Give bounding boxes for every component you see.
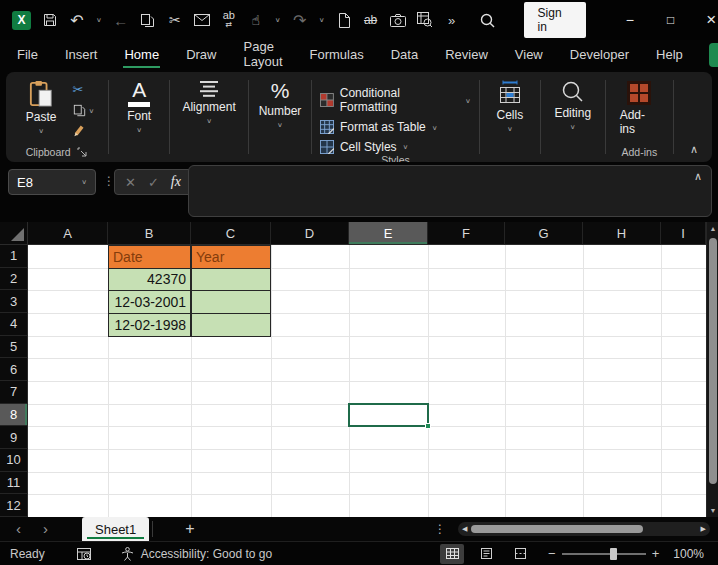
zoom-slider-thumb[interactable]: [610, 548, 617, 560]
format-painter-button[interactable]: [73, 124, 95, 137]
row-header-5[interactable]: 5: [0, 336, 28, 359]
redo-button[interactable]: ↷: [292, 11, 308, 30]
next-sheet-button[interactable]: ›: [43, 522, 48, 536]
row-header-1[interactable]: 1: [0, 245, 28, 268]
add-sheet-button[interactable]: +: [185, 520, 194, 538]
scroll-up-icon[interactable]: ▲: [707, 225, 718, 232]
horizontal-scrollbar[interactable]: ◀ ▶: [458, 522, 710, 536]
zoom-out-button[interactable]: −: [542, 546, 562, 561]
cell-B2[interactable]: 42370: [108, 268, 191, 292]
row-header-2[interactable]: 2: [0, 268, 28, 291]
number-button[interactable]: % Number ∨: [251, 78, 310, 131]
row-header-8[interactable]: 8: [0, 404, 28, 427]
replace-button[interactable]: ab⇄: [221, 10, 237, 30]
editing-button[interactable]: Editing ∨: [546, 78, 599, 133]
vertical-scroll-thumb[interactable]: [709, 238, 717, 484]
sign-in-button[interactable]: Sign in: [524, 2, 586, 38]
tab-view[interactable]: View: [514, 43, 544, 68]
tab-formulas[interactable]: Formulas: [309, 43, 365, 68]
close-button[interactable]: ×: [691, 0, 718, 40]
sheet-bar-menu-icon[interactable]: ⋮: [434, 522, 446, 536]
column-header-B[interactable]: B: [108, 222, 191, 245]
collapse-ribbon-button[interactable]: ∧: [680, 143, 708, 162]
zoom-in-button[interactable]: +: [646, 546, 666, 561]
camera-button[interactable]: [390, 14, 406, 27]
row-header-10[interactable]: 10: [0, 449, 28, 472]
tab-page-layout[interactable]: Page Layout: [243, 35, 284, 75]
normal-view-button[interactable]: [440, 544, 464, 564]
tab-draw[interactable]: Draw: [185, 43, 217, 68]
save-button[interactable]: [42, 12, 58, 28]
cut-ribbon-button[interactable]: ✂: [73, 82, 95, 97]
search-button[interactable]: [480, 13, 496, 28]
copy-button[interactable]: [140, 13, 156, 28]
addins-button[interactable]: Add-ins: [612, 78, 667, 138]
undo-button[interactable]: ↶: [69, 11, 85, 30]
copy-ribbon-button[interactable]: ∨: [73, 104, 95, 117]
formula-input[interactable]: [188, 165, 712, 217]
cells-button[interactable]: Cells ∨: [488, 78, 531, 135]
tab-developer[interactable]: Developer: [569, 43, 630, 68]
sheet-tab-sheet1[interactable]: Sheet1: [82, 517, 149, 541]
new-file-button[interactable]: [336, 13, 352, 28]
fill-handle[interactable]: [425, 423, 431, 429]
page-layout-view-button[interactable]: [474, 544, 498, 564]
select-all-corner[interactable]: [0, 222, 28, 245]
macro-record-button[interactable]: [77, 548, 91, 560]
accessibility-status[interactable]: Accessibility: Good to go: [121, 547, 272, 561]
prev-sheet-button[interactable]: ‹: [16, 522, 21, 536]
page-break-view-button[interactable]: [508, 544, 532, 564]
cell-styles-button[interactable]: Cell Styles ∨: [320, 140, 409, 154]
maximize-button[interactable]: □: [650, 0, 691, 40]
row-header-4[interactable]: 4: [0, 313, 28, 336]
cells-area[interactable]: DateYear4237012-03-200112-02-1998: [28, 245, 706, 517]
tab-review[interactable]: Review: [444, 43, 489, 68]
minimize-button[interactable]: −: [610, 0, 651, 40]
vertical-scrollbar[interactable]: ▲ ▼: [706, 222, 718, 517]
column-header-D[interactable]: D: [271, 222, 349, 245]
row-header-9[interactable]: 9: [0, 426, 28, 449]
email-button[interactable]: [194, 14, 210, 26]
tab-data[interactable]: Data: [390, 43, 419, 68]
column-header-A[interactable]: A: [28, 222, 108, 245]
name-box-dropdown[interactable]: ∨: [81, 178, 87, 185]
tab-file[interactable]: File: [16, 43, 39, 68]
column-header-F[interactable]: F: [428, 222, 505, 245]
alignment-button[interactable]: Alignment ∨: [174, 78, 243, 127]
tab-help[interactable]: Help: [655, 43, 684, 68]
more-commands-button[interactable]: »: [444, 13, 460, 28]
enter-icon[interactable]: ✓: [148, 175, 159, 190]
tab-home[interactable]: Home: [123, 43, 160, 68]
cell-C1[interactable]: Year: [191, 245, 271, 269]
scroll-left-icon[interactable]: ◀: [462, 525, 467, 533]
cell-B3[interactable]: 12-03-2001: [108, 290, 191, 314]
cell-C4[interactable]: [191, 313, 271, 337]
column-header-I[interactable]: I: [661, 222, 706, 245]
touch-mode-button[interactable]: ☝: [248, 12, 264, 28]
undo-dropdown[interactable]: ∨: [96, 16, 102, 23]
cut-button[interactable]: ✂: [167, 12, 183, 28]
zoom-slider[interactable]: [562, 553, 646, 555]
font-button[interactable]: A Font ∨: [119, 78, 159, 136]
cell-B4[interactable]: 12-02-1998: [108, 313, 191, 337]
touch-mode-dropdown[interactable]: ∨: [275, 16, 281, 23]
workbook-statistics-button[interactable]: [417, 12, 433, 28]
insert-function-icon[interactable]: fx: [171, 174, 181, 190]
row-header-11[interactable]: 11: [0, 472, 28, 495]
scroll-down-icon[interactable]: ▼: [707, 507, 718, 514]
cell-C3[interactable]: [191, 290, 271, 314]
row-header-6[interactable]: 6: [0, 358, 28, 381]
column-header-C[interactable]: C: [191, 222, 271, 245]
paste-button[interactable]: Paste ∨: [18, 78, 65, 137]
redo-dropdown[interactable]: ∨: [319, 16, 325, 23]
strikethrough-button[interactable]: ab: [363, 13, 379, 27]
format-as-table-button[interactable]: Format as Table ∨: [320, 120, 438, 134]
formula-bar-expand-icon[interactable]: ∧: [694, 170, 702, 183]
column-header-G[interactable]: G: [505, 222, 583, 245]
row-header-12[interactable]: 12: [0, 494, 28, 517]
name-box[interactable]: E8 ∨: [8, 169, 96, 195]
cancel-icon[interactable]: ✕: [125, 175, 136, 190]
zoom-level[interactable]: 100%: [673, 547, 704, 561]
share-button[interactable]: Share ∨: [709, 43, 718, 67]
excel-logo-icon[interactable]: X: [12, 11, 31, 30]
